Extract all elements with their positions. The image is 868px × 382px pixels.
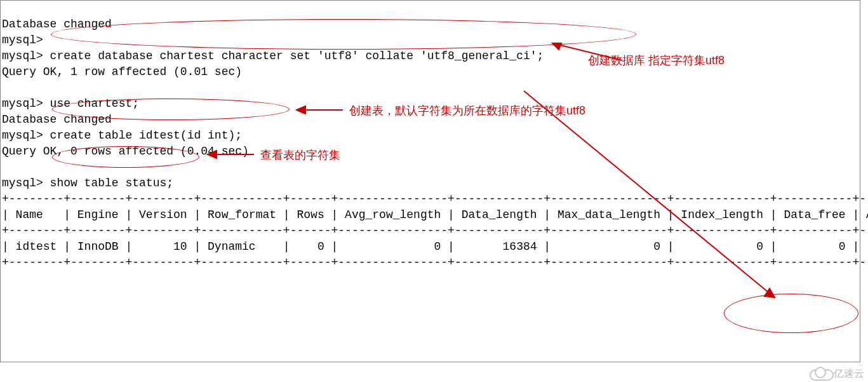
term-line: Query OK, 1 row affected (0.01 sec) <box>2 65 242 78</box>
term-line: mysql> show table status; <box>2 177 173 189</box>
term-line: mysql> create table idtest(id int); <box>2 129 242 142</box>
term-line: Database changed <box>2 113 112 126</box>
term-line: +--------+--------+---------+-----------… <box>2 256 868 269</box>
watermark: 亿速云 <box>810 367 864 381</box>
cloud-icon <box>810 367 831 381</box>
term-line: | idtest | InnoDB | 10 | Dynamic | 0 | 0… <box>2 240 868 253</box>
terminal-window: Database changed mysql> mysql> create da… <box>0 0 860 362</box>
term-line: | Name | Engine | Version | Row_format |… <box>2 208 868 221</box>
term-line: +--------+--------+---------+-----------… <box>2 193 868 205</box>
term-line: Query OK, 0 rows affected (0.04 sec) <box>2 145 249 158</box>
term-line: +--------+--------+---------+-----------… <box>2 224 868 237</box>
term-line: mysql> create database chartest characte… <box>2 50 544 62</box>
term-line: Database changed <box>2 18 112 31</box>
watermark-text: 亿速云 <box>834 367 864 381</box>
term-line: mysql> use chartest; <box>2 97 139 110</box>
term-line: mysql> <box>2 34 43 46</box>
